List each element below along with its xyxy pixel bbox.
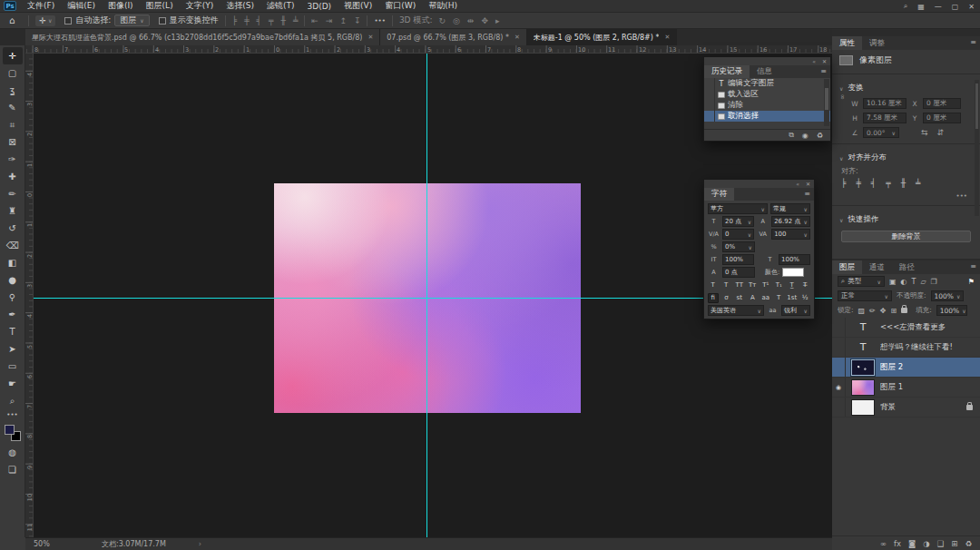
baseline-shift-field[interactable]: 0 点	[722, 267, 755, 278]
pen-tool[interactable]: ✒	[3, 306, 23, 323]
tab-paths[interactable]: 路径	[892, 260, 922, 274]
brush-tool[interactable]: ✏	[3, 185, 23, 202]
align-top-icon[interactable]: ╤	[269, 16, 273, 25]
menu-item[interactable]: 3D(D)	[300, 2, 338, 11]
stylistic-alternates-icon[interactable]: aa	[760, 293, 770, 303]
vertical-ruler[interactable]: 432101234567891011	[25, 54, 34, 537]
maximize-icon[interactable]: ▢	[952, 3, 959, 11]
3d-camera-icon[interactable]: ▸	[495, 16, 500, 25]
align-center-h-icon[interactable]: ╪	[856, 179, 860, 188]
history-scrollbar[interactable]	[824, 79, 829, 126]
panel-menu-icon[interactable]: ≡	[804, 190, 810, 198]
align-bottom-icon[interactable]: ╧	[293, 16, 298, 25]
screen-mode-icon[interactable]: ❏	[3, 461, 23, 478]
new-document-from-state-icon[interactable]: ⧉	[789, 131, 794, 140]
delete-layer-icon[interactable]: ♻	[965, 539, 972, 548]
text-color-swatch[interactable]	[782, 268, 804, 277]
flip-horizontal-icon[interactable]: ⇆	[921, 128, 928, 137]
distribute-right-icon[interactable]: ⇥	[326, 16, 333, 25]
layer-thumbnail[interactable]: T	[851, 339, 875, 356]
history-state-row[interactable]: T 编辑文字图层	[704, 78, 830, 89]
quick-selection-tool[interactable]: ✎	[3, 99, 23, 116]
align-center-v-icon[interactable]: ╫	[280, 16, 285, 25]
lock-transparency-icon[interactable]: ▨	[858, 307, 866, 315]
x-position-field[interactable]: 0 厘米	[923, 98, 961, 109]
layer-name[interactable]: 图层 2	[880, 362, 980, 373]
lock-position-icon[interactable]: ✥	[880, 307, 887, 315]
new-layer-icon[interactable]: ⊞	[951, 539, 957, 548]
layer-name[interactable]: 背景	[880, 402, 963, 413]
close-panel-icon[interactable]: ✕	[806, 181, 810, 187]
zoom-tool[interactable]: ⌕	[3, 392, 23, 409]
3d-roll-icon[interactable]: ◎	[453, 16, 460, 25]
menu-item[interactable]: 编辑(E)	[61, 0, 102, 12]
clone-stamp-tool[interactable]: ♜	[3, 202, 23, 220]
align-right-icon[interactable]: ╡	[257, 16, 261, 25]
layer-effects-icon[interactable]: fx	[894, 539, 901, 548]
contextual-alternates-icon[interactable]: ơ	[721, 293, 731, 303]
filter-toggle-pin-icon[interactable]: ⚑	[968, 278, 975, 286]
auto-select-target-select[interactable]: 图层 ∨	[114, 15, 149, 26]
history-source-checkbox[interactable]	[704, 111, 715, 122]
ordinals-icon[interactable]: 1st	[787, 293, 797, 303]
menu-item[interactable]: 选择(S)	[220, 0, 260, 12]
history-brush-tool[interactable]: ↺	[3, 220, 23, 237]
panel-menu-icon[interactable]: ≡	[970, 38, 976, 46]
lasso-tool[interactable]: ʓ	[3, 82, 23, 99]
frame-tool[interactable]: ⊠	[3, 133, 23, 151]
y-position-field[interactable]: 0 厘米	[923, 113, 961, 123]
layer-group-icon[interactable]: ❑	[937, 539, 945, 548]
history-state-row[interactable]: 取消选择	[704, 111, 830, 122]
eyedropper-tool[interactable]: ✑	[3, 151, 23, 168]
close-icon[interactable]: ✕	[968, 3, 975, 11]
menu-item[interactable]: 窗口(W)	[378, 0, 422, 12]
healing-brush-tool[interactable]: ✚	[3, 168, 23, 185]
faux-italic-icon[interactable]: T	[721, 280, 732, 290]
document-tab[interactable]: 未标题-1 @ 50% (图层 2, RGB/8#) * ✕	[527, 29, 678, 45]
auto-select-checkbox[interactable]	[64, 17, 72, 25]
workspace-switcher-icon[interactable]: ▦	[917, 3, 925, 11]
status-options-chevron[interactable]: ›	[199, 540, 201, 548]
anti-alias-select[interactable]: 锐利 ∨	[781, 305, 810, 316]
tracking-field[interactable]: 100 ∨	[771, 229, 810, 240]
link-dimensions-icon[interactable]: ∞	[838, 93, 847, 100]
ligatures-icon[interactable]: fi	[708, 293, 719, 303]
tab-info[interactable]: 信息	[750, 65, 779, 78]
fill-field[interactable]: 100% ∨	[936, 305, 967, 316]
align-center-h-icon[interactable]: ╪	[244, 16, 249, 25]
horizontal-scale-field[interactable]: 100%	[779, 254, 810, 265]
delete-state-icon[interactable]: ♻	[817, 132, 823, 140]
lock-pixels-icon[interactable]: ✏	[869, 307, 876, 315]
vertical-guide[interactable]	[426, 54, 427, 537]
history-source-checkbox[interactable]	[704, 78, 715, 89]
distribute-left-icon[interactable]: ⇤	[311, 16, 318, 25]
all-caps-icon[interactable]: TT	[734, 280, 745, 290]
visibility-toggle[interactable]	[832, 338, 846, 357]
tab-close-icon[interactable]: ✕	[514, 34, 520, 41]
path-selection-tool[interactable]: ➤	[3, 340, 23, 358]
vertical-scale-field[interactable]: 100%	[722, 254, 754, 265]
remove-background-button[interactable]: 删除背景	[841, 231, 971, 242]
history-state-row[interactable]: 清除	[704, 100, 830, 111]
properties-scrollbar[interactable]	[975, 80, 979, 216]
menu-item[interactable]: 帮助(H)	[422, 0, 464, 12]
discretionary-ligatures-icon[interactable]: st	[734, 293, 744, 303]
filter-pixel-layers-icon[interactable]: ▣	[889, 278, 897, 286]
menu-item[interactable]: 图层(L)	[140, 0, 180, 12]
dodge-tool[interactable]: ⚲	[3, 289, 23, 306]
tab-properties[interactable]: 属性	[832, 36, 862, 50]
more-options-icon[interactable]: •••	[374, 17, 385, 25]
opacity-field[interactable]: 100% ∨	[931, 290, 964, 301]
3d-orbit-icon[interactable]: ↻	[438, 16, 446, 25]
collapse-panel-icon[interactable]: «	[796, 181, 799, 187]
flip-vertical-icon[interactable]: ⇵	[937, 128, 945, 137]
menu-item[interactable]: 滤镜(T)	[260, 0, 301, 12]
minimize-icon[interactable]: —	[935, 3, 942, 11]
width-field[interactable]: 10.16 厘米	[863, 98, 906, 109]
proportional-spacing-field[interactable]: 0% ∨	[722, 241, 755, 252]
panel-menu-icon[interactable]: ≡	[970, 262, 976, 270]
current-tool-button[interactable]: ✛ ∨	[35, 15, 55, 26]
menu-item[interactable]: 图像(I)	[102, 0, 140, 12]
filter-kind-select[interactable]: ⌕ 类型 ∨	[838, 276, 885, 287]
align-left-icon[interactable]: ╞	[841, 179, 846, 188]
